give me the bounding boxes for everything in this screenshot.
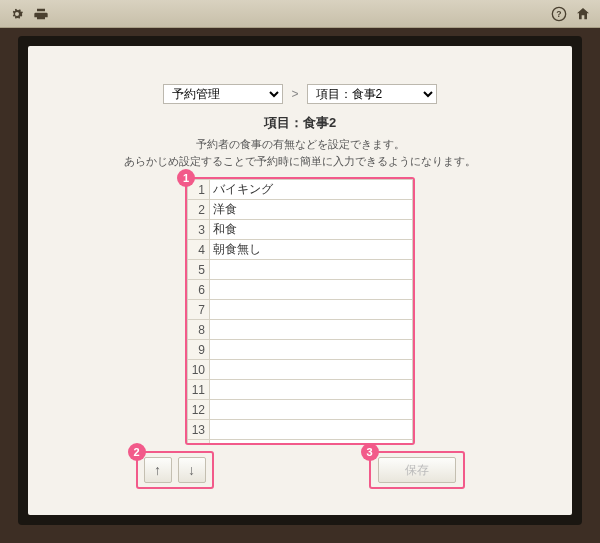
table-row[interactable]: 4朝食無し	[188, 240, 413, 260]
row-number: 9	[188, 340, 210, 360]
help-icon[interactable]: ?	[550, 5, 568, 23]
row-number: 3	[188, 220, 210, 240]
row-number: 4	[188, 240, 210, 260]
row-number: 10	[188, 360, 210, 380]
reorder-box: 2 ↑ ↓	[136, 451, 214, 489]
item-list-scroll[interactable]: 1バイキング2洋食3和食4朝食無し56789101112131415	[187, 179, 413, 443]
row-value[interactable]	[210, 380, 413, 400]
row-value[interactable]: 和食	[210, 220, 413, 240]
table-row[interactable]: 5	[188, 260, 413, 280]
row-number: 11	[188, 380, 210, 400]
table-row[interactable]: 12	[188, 400, 413, 420]
breadcrumb: 予約管理 > 項目：食事2	[68, 84, 532, 104]
table-row[interactable]: 13	[188, 420, 413, 440]
table-row[interactable]: 9	[188, 340, 413, 360]
table-row[interactable]: 3和食	[188, 220, 413, 240]
row-number: 12	[188, 400, 210, 420]
row-number: 6	[188, 280, 210, 300]
page-description: 予約者の食事の有無などを設定できます。 あらかじめ設定することで予約時に簡単に入…	[68, 136, 532, 169]
row-value[interactable]	[210, 320, 413, 340]
home-icon[interactable]	[574, 5, 592, 23]
row-value[interactable]	[210, 300, 413, 320]
row-value[interactable]: 朝食無し	[210, 240, 413, 260]
item-table: 1バイキング2洋食3和食4朝食無し56789101112131415	[187, 179, 413, 443]
table-row[interactable]: 6	[188, 280, 413, 300]
row-number: 5	[188, 260, 210, 280]
move-up-button[interactable]: ↑	[144, 457, 172, 483]
row-value[interactable]: 洋食	[210, 200, 413, 220]
item-list-box: 1 1バイキング2洋食3和食4朝食無し56789101112131415	[185, 177, 415, 445]
move-down-button[interactable]: ↓	[178, 457, 206, 483]
row-number: 8	[188, 320, 210, 340]
row-value[interactable]	[210, 260, 413, 280]
table-row[interactable]: 2洋食	[188, 200, 413, 220]
item-select[interactable]: 項目：食事2	[307, 84, 437, 104]
svg-text:?: ?	[556, 9, 561, 19]
row-value[interactable]	[210, 420, 413, 440]
callout-badge-3: 3	[361, 443, 379, 461]
table-row[interactable]: 14	[188, 440, 413, 444]
outer-frame: 予約管理 > 項目：食事2 項目：食事2 予約者の食事の有無などを設定できます。…	[18, 36, 582, 525]
bottom-controls: 2 ↑ ↓ 3 保存	[68, 451, 532, 489]
row-number: 14	[188, 440, 210, 444]
row-value[interactable]	[210, 360, 413, 380]
row-value[interactable]	[210, 440, 413, 444]
row-value[interactable]	[210, 400, 413, 420]
row-number: 7	[188, 300, 210, 320]
print-icon[interactable]	[32, 5, 50, 23]
table-row[interactable]: 1バイキング	[188, 180, 413, 200]
row-number: 2	[188, 200, 210, 220]
page-title: 項目：食事2	[68, 114, 532, 132]
category-select[interactable]: 予約管理	[163, 84, 283, 104]
breadcrumb-separator: >	[291, 87, 298, 101]
main-panel: 予約管理 > 項目：食事2 項目：食事2 予約者の食事の有無などを設定できます。…	[28, 46, 572, 515]
table-row[interactable]: 10	[188, 360, 413, 380]
callout-badge-1: 1	[177, 169, 195, 187]
row-value[interactable]: バイキング	[210, 180, 413, 200]
table-row[interactable]: 8	[188, 320, 413, 340]
row-value[interactable]	[210, 280, 413, 300]
topbar: ?	[0, 0, 600, 28]
row-number: 13	[188, 420, 210, 440]
row-value[interactable]	[210, 340, 413, 360]
save-box: 3 保存	[369, 451, 465, 489]
callout-badge-2: 2	[128, 443, 146, 461]
save-button[interactable]: 保存	[378, 457, 456, 483]
table-row[interactable]: 11	[188, 380, 413, 400]
table-row[interactable]: 7	[188, 300, 413, 320]
gear-icon[interactable]	[8, 5, 26, 23]
